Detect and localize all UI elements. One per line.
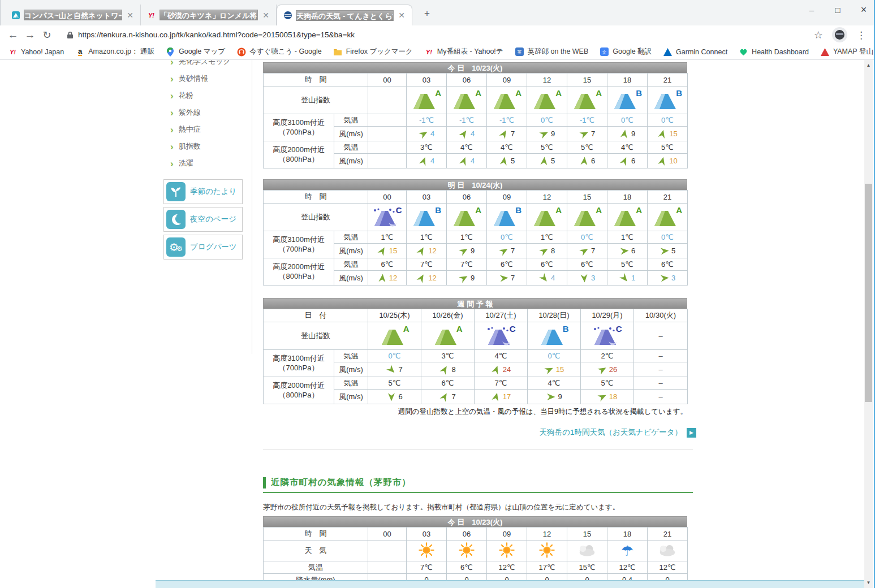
tab-yahoo-news[interactable]: Y! 「砂漠のキツネ」ロンメル将軍を追悼 ✕ [141, 5, 277, 25]
sidebar-box-gears[interactable]: ⚙⚙ブログパーツ [163, 235, 243, 260]
new-tab-button[interactable]: + [420, 7, 434, 21]
maximize-button[interactable]: □ [833, 5, 842, 15]
bookmark-item[interactable]: 今すぐ聴こう - Google [236, 47, 322, 57]
temperature-cell: 5℃ [567, 141, 607, 154]
forward-button[interactable]: → [21, 29, 38, 41]
climbing-index-c-icon: C [592, 324, 623, 347]
temperature-value: 5℃ [661, 143, 674, 152]
sidebar-item-label: 洗濯 [179, 158, 193, 168]
wind-cell: 4 [447, 154, 487, 168]
temperature-cell: 3℃ [407, 141, 447, 154]
wind-direction-arrow-icon [657, 129, 667, 139]
sprout-icon [166, 182, 186, 201]
climbing-index-cell: A [447, 204, 487, 231]
sidebar-item-label: 花粉 [179, 90, 193, 101]
sidebar-item-6[interactable]: ›洗濯 [170, 155, 252, 172]
wind-cell: 10 [648, 154, 688, 168]
bookmark-item[interactable]: Garmin Connect [663, 47, 727, 57]
refresh-button[interactable]: ↻ [38, 29, 55, 41]
scroll-down-arrow-icon[interactable]: ▼ [864, 578, 873, 587]
hourly-weather-link[interactable]: 天狗岳の1時間天気（お天気ナビゲータ） [540, 427, 682, 438]
wind-speed-value: 4 [430, 157, 434, 165]
temperature-cell [368, 141, 407, 154]
climbing-index-a-icon: A [652, 205, 683, 228]
bookmark-star-icon[interactable]: ☆ [814, 29, 823, 41]
sidebar-item-4[interactable]: ›熱中症 [170, 121, 252, 138]
menu-dots-icon[interactable]: ⋮ [856, 29, 866, 41]
column-header: 00 [368, 74, 407, 87]
wind-direction-arrow-icon [660, 246, 670, 256]
climbing-index-cell: A [648, 204, 688, 231]
cloudy-icon [658, 550, 676, 558]
temperature-cell: 1℃ [607, 231, 648, 244]
temperature-cell: 5℃ [607, 258, 648, 271]
wind-speed-value: 7 [398, 365, 402, 374]
wind-cell: 4 [407, 127, 447, 141]
column-header: 09 [487, 74, 527, 87]
bookmark-item[interactable]: 英英辞郎 on the WEB [515, 47, 589, 57]
tab-compass[interactable]: コンパス~山と自然ネットワーク~ ✕ [5, 5, 141, 25]
scrollbar-thumb[interactable] [865, 184, 872, 402]
weather-cell [567, 541, 607, 561]
bookmark-item[interactable]: YAMAP 登山・アウトド [820, 47, 875, 57]
sidebar-item-5[interactable]: ›肌指数 [170, 138, 252, 155]
profile-avatar[interactable] [832, 27, 847, 42]
wind-cell: 9 [607, 127, 648, 141]
temperature-value: 0℃ [661, 116, 674, 124]
bookmark-label: My番組表 - Yahoo!テ [437, 47, 503, 57]
bookmark-item[interactable]: Firefox ブックマーク [333, 47, 413, 57]
wind-cell: 7 [368, 362, 421, 377]
sidebar-box-moon-star[interactable]: ✶夜空のページ [163, 207, 243, 232]
row-label-temp: 気温 [264, 561, 368, 574]
row-label-time: 時 間 [264, 528, 368, 541]
sidebar-item-1[interactable]: ›黄砂情報 [170, 70, 252, 87]
page-content: ›光化学スモッグ›黄砂情報›花粉›紫外線›熱中症›肌指数›洗濯季節のたより✶夜空… [0, 60, 865, 588]
weather-cell [527, 541, 567, 561]
climbing-index-a-icon: A [451, 88, 482, 111]
sidebar-item-3[interactable]: ›紫外線 [170, 104, 252, 121]
tab-close-icon[interactable]: ✕ [261, 11, 270, 20]
temperature-cell: 1℃ [447, 231, 487, 244]
wind-cell: 15 [528, 362, 581, 377]
row-label-wind: 風(m/s) [334, 390, 368, 404]
climbing-index-b-icon: B [538, 324, 570, 347]
bookmark-item[interactable]: Google マップ [166, 47, 225, 57]
sidebar-item-2[interactable]: ›花粉 [170, 87, 252, 104]
temperature-cell: 5℃ [581, 377, 634, 390]
column-header: 12 [527, 191, 567, 204]
bookmark-item[interactable]: 文Google 翻訳 [600, 47, 652, 57]
row-label-wind: 風(m/s) [334, 154, 368, 168]
bookmark-item[interactable]: Health Dashboard [739, 47, 809, 57]
wind-direction-arrow-icon [544, 365, 554, 375]
wind-cell: 12 [407, 244, 447, 258]
tab-close-icon[interactable]: ✕ [397, 11, 406, 20]
bookmark-item[interactable]: Y!My番組表 - Yahoo!テ [424, 47, 503, 57]
minimize-button[interactable]: – [807, 5, 816, 15]
tab-close-icon[interactable]: ✕ [126, 11, 135, 20]
scroll-up-arrow-icon[interactable]: ▲ [864, 61, 873, 70]
wind-speed-value: 9 [558, 392, 562, 401]
bookmark-label: Garmin Connect [676, 48, 727, 56]
tab-tenkura-active[interactable]: 天狗岳の天気 - てんきとくらす [天気 ✕ [277, 5, 412, 25]
row-label-temp: 気温 [334, 231, 368, 244]
close-button[interactable]: × [859, 4, 868, 16]
sidebar-box-sprout[interactable]: 季節のたより [163, 179, 243, 204]
sidebar-item-label: 光化学スモッグ [179, 60, 231, 67]
wind-cell [368, 154, 407, 168]
wind-direction-arrow-icon [439, 392, 450, 402]
play-arrow-icon[interactable]: ▶ [687, 428, 696, 438]
back-button[interactable]: ← [5, 29, 21, 41]
sidebar-item-0[interactable]: ›光化学スモッグ [170, 60, 252, 70]
row-label-weather: 天 気 [264, 541, 368, 561]
lock-icon [67, 31, 74, 39]
temperature-value: 6℃ [501, 260, 513, 269]
temperature-cell: – [634, 377, 688, 390]
climbing-index-cell: A [527, 204, 567, 231]
bookmark-item[interactable]: aAmazon.co.jp： 通販 [75, 47, 154, 57]
bookmark-item[interactable]: Y!Yahoo! Japan [8, 47, 64, 57]
wind-direction-arrow-icon [597, 392, 607, 402]
column-header: 15 [567, 74, 607, 87]
address-bar[interactable]: https://tenkura.n-kishou.co.jp/tk/kanko/… [59, 28, 809, 42]
wind-direction-arrow-icon [386, 392, 396, 402]
row-label-altitude: 高度2000m付近（800hPa） [264, 141, 334, 168]
